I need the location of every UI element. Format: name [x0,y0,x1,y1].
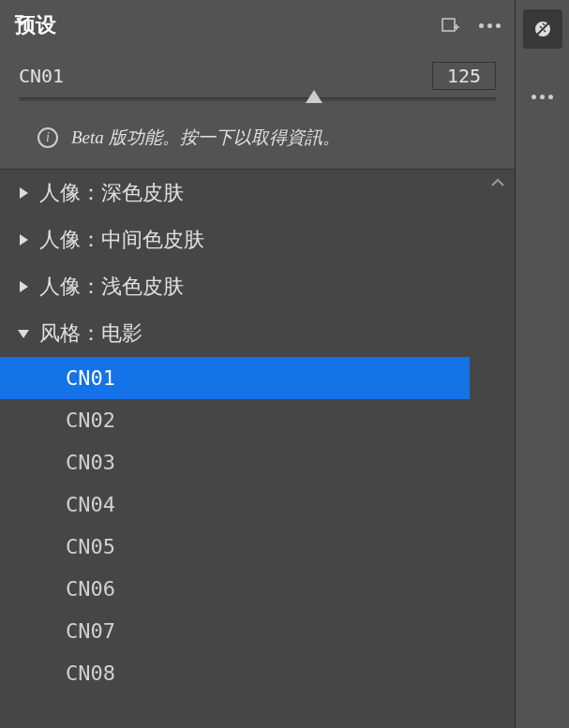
tree-preset-item[interactable]: CN04 [0,483,515,526]
panel-title: 预设 [15,11,440,39]
tree-group-portrait-light[interactable]: 人像：浅色皮肤 [0,263,515,310]
healing-tool-icon[interactable] [523,9,562,49]
tree-preset-item[interactable]: CN01 [0,357,470,399]
collapse-arrow-icon [17,186,30,200]
tree-preset-item[interactable]: CN05 [0,526,515,568]
tree-group-portrait-dark[interactable]: 人像：深色皮肤 [0,170,515,216]
presets-panel: 预设 CN01 [0,0,515,728]
beta-text: Beta 版功能。按一下以取得資訊。 [71,126,340,150]
new-preset-icon[interactable] [440,15,460,36]
panel-header: 预设 [0,0,515,51]
header-actions [440,15,500,36]
info-icon: i [37,127,58,148]
tree-group-label: 人像：中间色皮肤 [39,226,204,254]
amount-input[interactable] [432,62,496,90]
tree-preset-item[interactable]: CN07 [0,610,515,652]
more-options-icon[interactable] [523,77,562,116]
tree-preset-item[interactable]: CN03 [0,441,515,483]
beta-info-row[interactable]: i Beta 版功能。按一下以取得資訊。 [0,116,515,169]
tree-group-label: 风格：电影 [39,319,142,348]
scroll-up-icon[interactable] [490,175,509,194]
collapse-arrow-icon [17,233,30,246]
preset-controls: CN01 [0,51,515,97]
tree-group-label: 人像：浅色皮肤 [39,273,184,301]
slider-thumb[interactable] [306,90,322,103]
amount-slider[interactable] [0,97,515,116]
tree-group-label: 人像：深色皮肤 [39,179,184,207]
tree-group-style-cinema[interactable]: 风格：电影 [0,310,515,357]
tree-preset-item[interactable]: CN02 [0,399,515,441]
tree-preset-item[interactable]: CN08 [0,652,515,694]
collapse-arrow-icon [17,280,30,293]
svg-marker-6 [20,281,28,292]
svg-rect-0 [442,19,455,31]
svg-marker-4 [20,187,28,199]
expand-arrow-icon [17,327,30,340]
slider-track [19,97,496,101]
svg-marker-7 [18,330,29,338]
tree-group-portrait-medium[interactable]: 人像：中间色皮肤 [0,216,515,263]
preset-tree: 人像：深色皮肤 人像：中间色皮肤 人像：浅色皮肤 风格：电影 CN01 CN02… [0,169,515,728]
right-toolbar [515,0,569,728]
menu-icon[interactable] [479,15,500,36]
svg-marker-3 [306,90,322,103]
svg-marker-5 [20,234,28,245]
preset-name-label: CN01 [19,65,421,87]
tree-preset-item[interactable]: CN06 [0,568,515,610]
